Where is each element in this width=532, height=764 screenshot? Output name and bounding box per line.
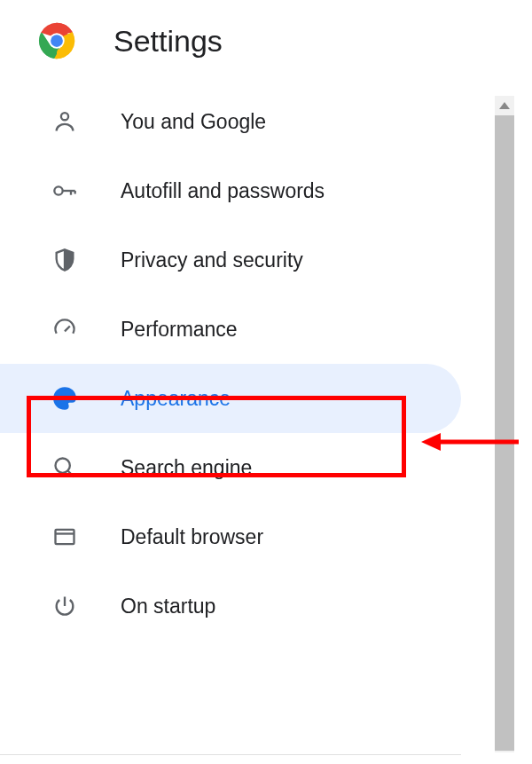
scrollbar-track[interactable]: [495, 96, 514, 752]
sidebar-item-performance[interactable]: Performance: [0, 295, 532, 364]
divider: [0, 754, 461, 755]
svg-line-15: [68, 471, 74, 477]
svg-point-6: [54, 186, 62, 194]
svg-point-14: [56, 459, 70, 473]
person-icon: [51, 108, 78, 135]
key-icon: [51, 177, 78, 204]
sidebar-item-label: Autofill and passwords: [121, 179, 325, 203]
sidebar-item-label: Default browser: [121, 525, 263, 549]
svg-marker-20: [421, 433, 441, 451]
scrollbar-up-icon[interactable]: [495, 98, 514, 114]
sidebar-item-label: Search engine: [121, 456, 252, 480]
svg-point-12: [62, 392, 65, 395]
sidebar-item-on-startup[interactable]: On startup: [0, 571, 532, 641]
sidebar-item-appearance[interactable]: Appearance: [0, 364, 461, 433]
svg-rect-16: [56, 530, 74, 544]
search-icon: [51, 454, 78, 481]
svg-point-5: [61, 113, 68, 120]
chrome-logo-icon: [37, 21, 76, 60]
annotation-arrow-icon: [421, 429, 519, 455]
svg-line-10: [65, 327, 70, 332]
settings-header: Settings: [0, 0, 532, 87]
svg-point-11: [59, 395, 61, 398]
sidebar-item-autofill-passwords[interactable]: Autofill and passwords: [0, 156, 532, 225]
svg-marker-21: [499, 102, 510, 109]
shield-icon: [51, 247, 78, 273]
page-title: Settings: [113, 24, 223, 59]
sidebar-item-label: Privacy and security: [121, 248, 303, 272]
sidebar-item-label: On startup: [121, 595, 215, 618]
power-icon: [51, 593, 78, 619]
browser-icon: [51, 524, 78, 550]
sidebar-item-you-and-google[interactable]: You and Google: [0, 87, 532, 156]
sidebar-item-label: Appearance: [121, 387, 231, 411]
palette-icon: [51, 385, 78, 412]
sidebar-item-label: Performance: [121, 318, 238, 342]
sidebar-item-label: You and Google: [121, 110, 266, 134]
speedometer-icon: [51, 316, 78, 343]
settings-sidebar-menu: You and Google Autofill and passwords Pr…: [0, 87, 532, 641]
svg-point-13: [67, 394, 70, 397]
svg-point-4: [51, 35, 63, 47]
sidebar-item-privacy-security[interactable]: Privacy and security: [0, 225, 532, 295]
sidebar-item-default-browser[interactable]: Default browser: [0, 502, 532, 571]
